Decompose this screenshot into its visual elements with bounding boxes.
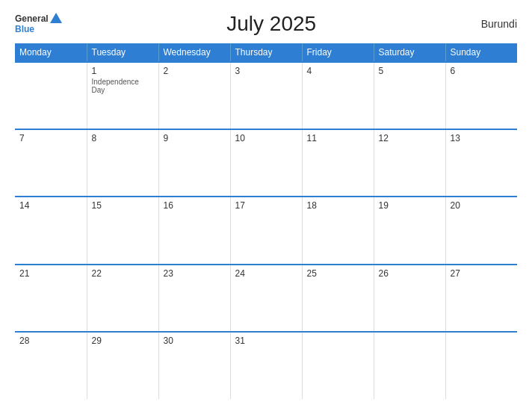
table-cell: 8 [87,129,158,197]
table-cell: 16 [158,197,230,264]
table-cell: 28 [15,332,87,399]
table-cell: 18 [302,197,374,264]
col-wednesday: Wednesday [158,43,230,62]
day-number: 4 [307,66,369,76]
day-number: 20 [451,200,513,211]
table-cell [374,332,445,399]
day-number: 6 [451,66,513,76]
day-number: 17 [235,200,297,211]
day-number: 18 [307,200,369,211]
table-cell: 6 [445,62,517,129]
table-cell: 2 [158,62,230,129]
calendar-header-row: Monday Tuesday Wednesday Thursday Friday… [15,43,517,62]
table-cell: 1Independence Day [87,62,158,129]
table-cell: 5 [374,62,445,129]
table-cell: 7 [15,129,87,197]
day-number: 9 [164,133,226,143]
day-number: 15 [92,200,154,211]
day-number: 14 [19,200,82,211]
day-number: 24 [235,268,297,279]
table-cell: 20 [445,197,517,264]
day-number: 1 [92,66,154,76]
table-cell: 13 [445,129,517,197]
day-number: 22 [92,268,154,279]
day-number: 23 [164,268,226,279]
table-cell: 22 [87,265,158,332]
col-sunday: Sunday [445,43,517,62]
calendar-row-1: 1Independence Day23456 [15,62,517,129]
day-number: 11 [307,133,369,143]
day-number: 26 [379,268,441,279]
table-cell: 25 [302,265,374,332]
table-cell: 3 [230,62,302,129]
calendar-row-2: 78910111213 [15,129,517,197]
day-number: 5 [379,66,441,76]
day-number: 10 [235,133,297,143]
day-number: 29 [92,336,154,346]
day-number: 27 [451,268,513,279]
table-cell: 31 [230,332,302,399]
day-number: 16 [164,200,226,211]
table-cell: 29 [87,332,158,399]
day-number: 31 [235,336,297,346]
col-monday: Monday [15,43,87,62]
table-cell: 10 [230,129,302,197]
logo-general-text: General [15,14,49,24]
table-cell: 23 [158,265,230,332]
day-number: 12 [379,133,441,143]
day-number: 8 [92,133,154,143]
day-number: 19 [379,200,441,211]
table-cell: 27 [445,265,517,332]
logo: General Blue [15,13,62,34]
calendar-table: Monday Tuesday Wednesday Thursday Friday… [15,43,517,399]
col-saturday: Saturday [374,43,445,62]
col-friday: Friday [302,43,374,62]
logo-blue-text: Blue [15,25,62,34]
table-cell: 21 [15,265,87,332]
table-cell [15,62,87,129]
table-cell: 15 [87,197,158,264]
page: General Blue July 2025 Burundi Monday Tu… [0,0,532,411]
table-cell: 14 [15,197,87,264]
col-thursday: Thursday [230,43,302,62]
table-cell: 12 [374,129,445,197]
table-cell: 9 [158,129,230,197]
day-number: 30 [164,336,226,346]
day-number: 25 [307,268,369,279]
holiday-label: Independence Day [92,78,154,94]
header: General Blue July 2025 Burundi [15,12,517,36]
col-tuesday: Tuesday [87,43,158,62]
day-number: 7 [19,133,82,143]
table-cell [302,332,374,399]
table-cell: 30 [158,332,230,399]
table-cell: 24 [230,265,302,332]
calendar-title: July 2025 [226,12,316,36]
calendar-row-5: 28293031 [15,332,517,399]
table-cell [445,332,517,399]
table-cell: 4 [302,62,374,129]
day-number: 13 [451,133,513,143]
country-label: Burundi [481,18,517,30]
day-number: 2 [164,66,226,76]
table-cell: 11 [302,129,374,197]
calendar-row-3: 14151617181920 [15,197,517,264]
logo-triangle-icon [50,13,62,23]
calendar-row-4: 21222324252627 [15,265,517,332]
day-number: 21 [19,268,82,279]
table-cell: 17 [230,197,302,264]
day-number: 28 [19,336,82,346]
table-cell: 19 [374,197,445,264]
day-number: 3 [235,66,297,76]
logo-text: General Blue [15,13,62,34]
table-cell: 26 [374,265,445,332]
